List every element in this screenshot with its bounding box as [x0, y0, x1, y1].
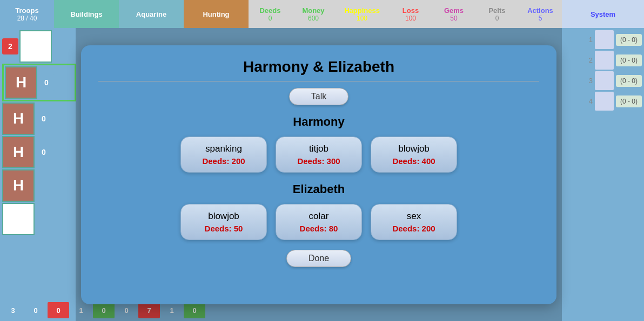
- harmony-action-spanking[interactable]: spanking Deeds: 200: [180, 136, 267, 173]
- money-label: Money: [302, 6, 324, 15]
- right-range-4: (0 - 0): [616, 95, 642, 107]
- aquarine-label: Aquarine: [136, 10, 166, 18]
- hunting-label: Hunting: [203, 10, 229, 18]
- right-label-1: 1: [589, 36, 593, 44]
- tab-aquarine[interactable]: Aquarine: [119, 0, 184, 28]
- avatar-h-4[interactable]: H: [2, 169, 35, 202]
- elizabeth-action-colar[interactable]: colar Deeds: 80: [276, 204, 362, 240]
- buildings-label: Buildings: [70, 10, 102, 18]
- system-label: System: [591, 10, 615, 18]
- bottom-cell-3: 0: [48, 302, 69, 318]
- deeds-label: Deeds: [259, 6, 280, 15]
- right-range-2: (0 - 0): [616, 54, 642, 66]
- elizabeth-action-blowjob[interactable]: blowjob Deeds: 50: [180, 204, 267, 240]
- tab-deeds[interactable]: Deeds 0: [249, 0, 292, 28]
- elizabeth-actions-grid: blowjob Deeds: 50 colar Deeds: 80 sex De…: [98, 204, 539, 240]
- sidebar-row-5[interactable]: H: [2, 169, 76, 202]
- troops-count: 28 / 40: [17, 15, 37, 22]
- talk-button[interactable]: Talk: [289, 88, 348, 105]
- actions-value: 5: [539, 15, 542, 22]
- avatar-h-2[interactable]: H: [2, 103, 35, 135]
- elizabeth-action-colar-name: colar: [289, 211, 348, 222]
- sidebar-badge-4: 0: [36, 144, 52, 160]
- avatar-empty-2: [2, 203, 35, 235]
- right-range-1: (0 - 0): [616, 34, 642, 46]
- troops-label: Troops: [15, 6, 38, 15]
- gems-value: 50: [450, 15, 457, 22]
- sidebar-row-2[interactable]: H 0: [2, 64, 76, 101]
- sidebar-row-1: 2: [2, 30, 76, 63]
- harmony-action-titjob-name: titjob: [289, 144, 348, 154]
- elizabeth-action-sex-cost: Deeds: 200: [384, 224, 444, 233]
- modal-title: Harmony & Elizabeth: [98, 58, 539, 81]
- right-label-3: 3: [589, 77, 593, 85]
- tab-happiness[interactable]: Happiness 100: [335, 0, 389, 28]
- right-num-2: [595, 51, 614, 70]
- elizabeth-action-colar-cost: Deeds: 80: [289, 224, 348, 233]
- sidebar-row-3[interactable]: H 0: [2, 103, 76, 135]
- right-label-2: 2: [589, 56, 593, 64]
- bottom-cell-2: 0: [25, 302, 46, 318]
- avatar-h-1[interactable]: H: [5, 66, 37, 99]
- avatar-h-3[interactable]: H: [2, 136, 35, 168]
- happiness-label: Happiness: [344, 6, 380, 15]
- harmony-action-blowjob-cost: Deeds: 400: [384, 156, 444, 166]
- elizabeth-action-sex-name: sex: [384, 211, 444, 222]
- talk-button-wrap: Talk: [98, 88, 539, 105]
- right-num-4: [595, 92, 614, 111]
- tab-buildings[interactable]: Buildings: [54, 0, 119, 28]
- harmony-action-spanking-name: spanking: [194, 144, 253, 154]
- sidebar-badge-3: 0: [36, 111, 52, 127]
- harmony-action-spanking-cost: Deeds: 200: [194, 156, 253, 166]
- happiness-value: 100: [357, 15, 367, 22]
- deeds-value: 0: [269, 15, 272, 22]
- pelts-label: Pelts: [488, 6, 505, 15]
- avatar-empty-1: [19, 30, 52, 63]
- elizabeth-action-blowjob-cost: Deeds: 50: [194, 224, 253, 233]
- done-button-wrap: Done: [98, 250, 539, 267]
- right-label-4: 4: [589, 97, 593, 105]
- gems-label: Gems: [444, 6, 464, 15]
- pelts-value: 0: [495, 15, 499, 22]
- tab-hunting[interactable]: Hunting: [184, 0, 249, 28]
- harmony-actions-grid: spanking Deeds: 200 titjob Deeds: 300 bl…: [98, 136, 539, 173]
- top-bar: Troops 28 / 40 Buildings Aquarine Huntin…: [0, 0, 644, 28]
- harmony-action-titjob-cost: Deeds: 300: [289, 156, 348, 166]
- loss-value: 100: [405, 15, 416, 22]
- harmony-action-blowjob-name: blowjob: [384, 144, 444, 154]
- done-button[interactable]: Done: [286, 250, 351, 267]
- tab-loss[interactable]: Loss 100: [389, 0, 432, 28]
- right-range-3: (0 - 0): [616, 75, 642, 87]
- modal-overlay: Harmony & Elizabeth Talk Harmony spankin…: [76, 28, 562, 321]
- right-num-1: [595, 30, 614, 49]
- money-value: 600: [308, 15, 319, 22]
- loss-label: Loss: [403, 6, 419, 15]
- bottom-cell-1: 3: [2, 302, 24, 318]
- left-sidebar: 2 H 0 H 0 H 0 H: [0, 28, 78, 321]
- tab-gems[interactable]: Gems 50: [432, 0, 475, 28]
- tab-pelts[interactable]: Pelts 0: [475, 0, 519, 28]
- sidebar-badge-2: 0: [38, 74, 55, 91]
- elizabeth-action-sex[interactable]: sex Deeds: 200: [371, 204, 457, 240]
- harmony-action-titjob[interactable]: titjob Deeds: 300: [276, 136, 362, 173]
- harmony-section-label: Harmony: [98, 115, 539, 129]
- tab-actions[interactable]: Actions 5: [519, 0, 562, 28]
- tab-system[interactable]: System: [562, 0, 644, 28]
- elizabeth-action-blowjob-name: blowjob: [194, 211, 253, 222]
- harmony-action-blowjob[interactable]: blowjob Deeds: 400: [371, 136, 457, 173]
- sidebar-badge-1: 2: [2, 38, 18, 54]
- tab-money[interactable]: Money 600: [292, 0, 335, 28]
- right-num-3: [595, 71, 614, 90]
- modal-dialog: Harmony & Elizabeth Talk Harmony spankin…: [81, 45, 556, 304]
- tab-troops[interactable]: Troops 28 / 40: [0, 0, 54, 28]
- actions-label: Actions: [527, 6, 553, 15]
- elizabeth-section-label: Elizabeth: [98, 182, 539, 196]
- sidebar-row-4[interactable]: H 0: [2, 136, 76, 168]
- sidebar-row-6: [2, 203, 76, 235]
